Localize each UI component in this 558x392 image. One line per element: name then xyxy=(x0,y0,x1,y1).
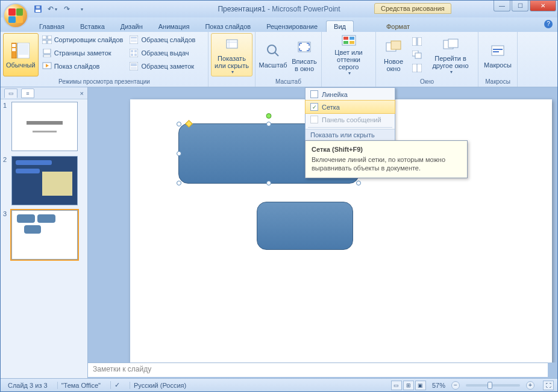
zoom-slider-thumb[interactable] xyxy=(487,382,492,389)
resize-handle[interactable] xyxy=(177,122,181,126)
thumbnails-pane: ▭ ≡ × 1 2 3 xyxy=(1,87,88,378)
resize-handle[interactable] xyxy=(266,181,271,185)
zoom-slider[interactable] xyxy=(466,384,520,387)
tab-format[interactable]: Формат xyxy=(379,21,417,32)
dropdown-item-msgbar: Панель сообщений xyxy=(306,113,395,126)
rotate-handle[interactable] xyxy=(266,113,272,119)
arrange-all-icon xyxy=(412,37,422,46)
tab-animation[interactable]: Анимация xyxy=(151,21,197,32)
status-spellcheck-icon[interactable]: ✓ xyxy=(110,381,124,389)
redo-icon[interactable]: ↷ xyxy=(61,3,73,15)
cascade-icon xyxy=(412,50,422,60)
save-icon[interactable] xyxy=(32,3,44,15)
tab-home[interactable]: Главная xyxy=(32,21,72,32)
zoom-percent[interactable]: 57% xyxy=(432,382,445,389)
status-language[interactable]: Русский (Россия) xyxy=(130,382,190,389)
tab-view[interactable]: Вид xyxy=(326,20,354,32)
svg-rect-41 xyxy=(412,37,416,46)
qat-customize-icon[interactable]: ▾ xyxy=(75,3,87,15)
notes-master-button[interactable]: Образец заметок xyxy=(127,60,198,73)
color-grayscale-icon xyxy=(339,34,359,48)
notes-page-icon xyxy=(42,48,52,58)
svg-rect-27 xyxy=(131,69,137,69)
normal-view-status-button[interactable]: ▭ xyxy=(391,381,402,390)
fit-window-button[interactable]: Вписать в окно xyxy=(289,33,319,76)
svg-rect-20 xyxy=(131,50,133,52)
svg-rect-36 xyxy=(350,37,354,40)
shape-rounded-rect[interactable] xyxy=(257,202,353,250)
tab-design[interactable]: Дизайн xyxy=(113,21,150,32)
resize-handle[interactable] xyxy=(266,122,271,126)
svg-rect-1 xyxy=(36,10,40,12)
drawing-tools-context-label: Средства рисования xyxy=(374,3,451,14)
status-slide-count: Слайд 3 из 3 xyxy=(4,382,51,389)
svg-rect-37 xyxy=(343,41,348,44)
tab-insert[interactable]: Вставка xyxy=(73,21,112,32)
notes-pane[interactable]: Заметки к слайду xyxy=(88,362,548,377)
close-pane-icon[interactable]: × xyxy=(80,90,84,97)
dropdown-item-ruler[interactable]: Линейка xyxy=(306,88,395,101)
slideshow-button[interactable]: Показ слайдов xyxy=(40,60,126,73)
normal-view-button[interactable]: Обычный xyxy=(3,33,39,76)
tooltip-body: Включение линий сетки, по которым можно … xyxy=(312,155,461,173)
slide-thumbnail[interactable]: 2 xyxy=(3,156,85,205)
minimize-button[interactable]: — xyxy=(494,1,510,11)
maximize-button[interactable]: ☐ xyxy=(512,1,528,11)
fit-window-icon xyxy=(295,37,314,57)
slide-thumbnail[interactable]: 1 xyxy=(3,102,85,151)
undo-icon[interactable]: ↶▾ xyxy=(46,3,58,15)
close-button[interactable]: ✕ xyxy=(530,1,556,11)
tooltip: Сетка (Shift+F9) Включение линий сетки, … xyxy=(305,140,468,178)
slide-master-button[interactable]: Образец слайдов xyxy=(127,33,198,46)
new-window-icon xyxy=(384,37,403,57)
svg-line-32 xyxy=(275,52,278,56)
svg-rect-35 xyxy=(343,37,348,40)
svg-rect-38 xyxy=(350,41,354,44)
fit-to-window-status-button[interactable]: ⛶ xyxy=(543,381,554,390)
svg-rect-16 xyxy=(131,37,137,39)
cascade-button[interactable] xyxy=(410,48,424,61)
handout-master-button[interactable]: Образец выдач xyxy=(127,46,198,60)
svg-rect-13 xyxy=(43,55,51,57)
slide-sorter-button[interactable]: Сортировщик слайдов xyxy=(40,33,126,46)
dropdown-item-grid[interactable]: ✓Сетка xyxy=(305,100,395,114)
group-label-zoom: Масштаб xyxy=(258,78,319,86)
svg-rect-40 xyxy=(391,41,401,49)
sorter-view-status-button[interactable]: ⊞ xyxy=(403,381,414,390)
status-bar: Слайд 3 из 3 "Тема Office" ✓ Русский (Ро… xyxy=(1,378,557,391)
color-grayscale-button[interactable]: Цвет или оттенки серого▾ xyxy=(324,33,373,76)
svg-rect-42 xyxy=(418,37,422,46)
tab-review[interactable]: Рецензирование xyxy=(259,21,325,32)
show-hide-button[interactable]: Показать или скрыть▾ xyxy=(211,33,252,76)
resize-handle[interactable] xyxy=(356,181,361,185)
help-icon[interactable]: ? xyxy=(544,20,553,28)
zoom-out-button[interactable]: − xyxy=(451,381,460,390)
svg-rect-28 xyxy=(227,40,237,48)
zoom-in-button[interactable]: + xyxy=(526,381,534,390)
view-buttons: ▭ ⊞ ▣ xyxy=(391,381,426,390)
switch-windows-button[interactable]: Перейти в другое окно▾ xyxy=(425,33,475,76)
slides-tab[interactable]: ▭ xyxy=(4,89,17,98)
slide-thumbnail[interactable]: 3 xyxy=(3,210,85,260)
svg-rect-8 xyxy=(42,36,46,39)
slideshow-status-button[interactable]: ▣ xyxy=(415,381,426,390)
move-split-icon xyxy=(412,63,422,73)
notes-page-button[interactable]: Страницы заметок xyxy=(40,46,126,60)
slideshow-icon xyxy=(42,61,52,71)
macros-button[interactable]: Макросы xyxy=(481,33,515,76)
svg-rect-26 xyxy=(131,67,137,68)
arrange-all-button[interactable] xyxy=(410,35,424,48)
zoom-button[interactable]: Масштаб xyxy=(258,33,288,76)
tooltip-title: Сетка (Shift+F9) xyxy=(312,146,461,153)
resize-handle[interactable] xyxy=(177,181,181,185)
group-label-window: Окно xyxy=(378,78,475,86)
office-button[interactable] xyxy=(3,3,28,28)
new-window-button[interactable]: Новое окно xyxy=(378,33,409,76)
svg-rect-50 xyxy=(493,49,503,50)
zoom-icon xyxy=(263,41,283,60)
svg-rect-10 xyxy=(42,40,46,44)
move-split-button[interactable] xyxy=(410,61,424,75)
outline-tab[interactable]: ≡ xyxy=(21,89,34,98)
tab-slideshow[interactable]: Показ слайдов xyxy=(198,21,258,32)
resize-handle[interactable] xyxy=(177,151,181,156)
